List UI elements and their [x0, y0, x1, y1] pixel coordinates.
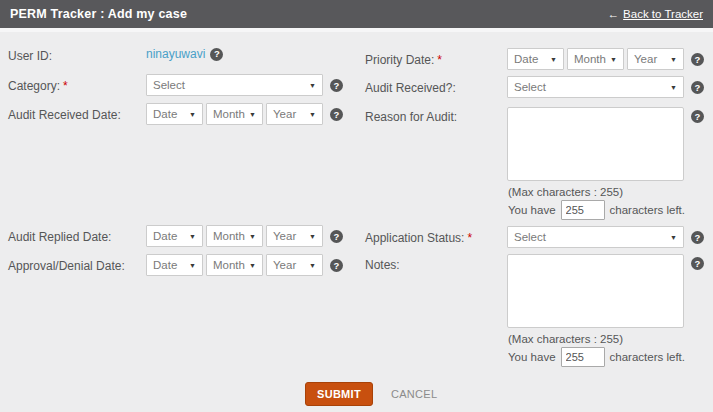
help-icon[interactable]: ? — [691, 257, 704, 270]
perm-tracker-add-case-page: PERM Tracker : Add my case ← Back to Tra… — [0, 0, 713, 412]
audit-received-label: Audit Received?: — [365, 81, 456, 95]
reason-max-chars-note: (Max characters : 255) — [508, 186, 623, 198]
priority-date-day-select[interactable]: Date ▼ — [507, 48, 564, 70]
month-select-value: Month — [574, 53, 606, 65]
help-icon[interactable]: ? — [330, 79, 343, 92]
audit-received-date-label: Audit Received Date: — [8, 108, 121, 122]
category-label: Category:* — [8, 79, 68, 93]
chars-left-suffix: characters left. — [610, 351, 685, 363]
chars-left-prefix: You have — [508, 351, 556, 363]
application-status-label: Application Status:* — [365, 231, 472, 245]
user-id-value[interactable]: ninayuwavi — [146, 47, 205, 61]
approval-denial-date-year-select[interactable]: Year ▼ — [266, 254, 323, 276]
notes-chars-left-row: You have characters left. — [508, 347, 685, 367]
user-id-value-row: ninayuwavi ? — [146, 47, 223, 61]
chevron-down-icon: ▼ — [189, 262, 196, 269]
reason-for-audit-textarea[interactable] — [507, 107, 684, 181]
help-icon[interactable]: ? — [210, 48, 223, 61]
audit-received-date-day-select[interactable]: Date ▼ — [146, 103, 203, 125]
back-link-label: Back to Tracker — [623, 8, 703, 20]
help-icon[interactable]: ? — [691, 81, 704, 94]
approval-denial-date-month-select[interactable]: Month ▼ — [206, 254, 263, 276]
chevron-down-icon: ▼ — [249, 233, 256, 240]
notes-label: Notes: — [365, 258, 400, 272]
help-icon[interactable]: ? — [691, 231, 704, 244]
approval-denial-date-label: Approval/Denial Date: — [8, 259, 125, 273]
day-select-value: Date — [153, 108, 177, 120]
audit-replied-date-year-select[interactable]: Year ▼ — [266, 225, 323, 247]
submit-button[interactable]: SUBMIT — [305, 382, 373, 406]
audit-received-date-month-select[interactable]: Month ▼ — [206, 103, 263, 125]
reason-for-audit-label: Reason for Audit: — [365, 110, 457, 124]
audit-received-date-group: Date ▼ Month ▼ Year ▼ — [146, 103, 323, 125]
chevron-down-icon: ▼ — [189, 111, 196, 118]
chevron-down-icon: ▼ — [550, 56, 557, 63]
chevron-down-icon: ▼ — [670, 234, 677, 241]
category-select[interactable]: Select ▼ — [146, 74, 323, 96]
month-select-value: Month — [213, 108, 245, 120]
required-asterisk: * — [437, 53, 442, 67]
chevron-down-icon: ▼ — [670, 84, 677, 91]
approval-denial-date-group: Date ▼ Month ▼ Year ▼ — [146, 254, 323, 276]
application-status-label-text: Application Status: — [365, 231, 464, 245]
page-title: PERM Tracker : Add my case — [10, 7, 187, 21]
chevron-down-icon: ▼ — [670, 56, 677, 63]
year-select-value: Year — [634, 53, 657, 65]
year-select-value: Year — [273, 230, 296, 242]
day-select-value: Date — [153, 230, 177, 242]
approval-denial-date-day-select[interactable]: Date ▼ — [146, 254, 203, 276]
category-select-value: Select — [153, 79, 185, 91]
application-status-select[interactable]: Select ▼ — [507, 226, 684, 248]
month-select-value: Month — [213, 259, 245, 271]
priority-date-label-text: Priority Date: — [365, 53, 434, 67]
category-label-text: Category: — [8, 79, 60, 93]
chevron-down-icon: ▼ — [309, 262, 316, 269]
year-select-value: Year — [273, 108, 296, 120]
priority-date-year-select[interactable]: Year ▼ — [627, 48, 684, 70]
help-icon[interactable]: ? — [691, 53, 704, 66]
year-select-value: Year — [273, 259, 296, 271]
priority-date-group: Date ▼ Month ▼ Year ▼ — [507, 48, 684, 70]
header-bar: PERM Tracker : Add my case ← Back to Tra… — [0, 0, 713, 28]
priority-date-month-select[interactable]: Month ▼ — [567, 48, 624, 70]
chevron-down-icon: ▼ — [309, 233, 316, 240]
priority-date-label: Priority Date:* — [365, 53, 442, 67]
required-asterisk: * — [467, 231, 472, 245]
chevron-down-icon: ▼ — [189, 233, 196, 240]
reason-chars-left-row: You have characters left. — [508, 200, 685, 220]
audit-replied-date-label: Audit Replied Date: — [8, 230, 111, 244]
help-icon[interactable]: ? — [330, 230, 343, 243]
header-divider — [0, 28, 713, 32]
audit-received-date-year-select[interactable]: Year ▼ — [266, 103, 323, 125]
user-id-label: User ID: — [8, 49, 52, 63]
chars-left-prefix: You have — [508, 204, 556, 216]
help-icon[interactable]: ? — [330, 108, 343, 121]
chars-left-suffix: characters left. — [610, 204, 685, 216]
application-status-select-value: Select — [514, 231, 546, 243]
notes-chars-left-input[interactable] — [561, 347, 605, 367]
chevron-down-icon: ▼ — [309, 82, 316, 89]
notes-textarea[interactable] — [507, 254, 684, 328]
month-select-value: Month — [213, 230, 245, 242]
back-arrow-icon: ← — [608, 8, 620, 20]
notes-max-chars-note: (Max characters : 255) — [508, 333, 623, 345]
day-select-value: Date — [153, 259, 177, 271]
cancel-link[interactable]: CANCEL — [391, 388, 437, 400]
chevron-down-icon: ▼ — [249, 262, 256, 269]
day-select-value: Date — [514, 53, 538, 65]
audit-replied-date-month-select[interactable]: Month ▼ — [206, 225, 263, 247]
audit-received-select[interactable]: Select ▼ — [507, 76, 684, 98]
required-asterisk: * — [63, 79, 68, 93]
chevron-down-icon: ▼ — [610, 56, 617, 63]
audit-replied-date-day-select[interactable]: Date ▼ — [146, 225, 203, 247]
audit-replied-date-group: Date ▼ Month ▼ Year ▼ — [146, 225, 323, 247]
back-to-tracker-link[interactable]: ← Back to Tracker — [608, 8, 703, 20]
help-icon[interactable]: ? — [330, 259, 343, 272]
form-actions: SUBMIT CANCEL — [305, 382, 437, 406]
reason-chars-left-input[interactable] — [561, 200, 605, 220]
chevron-down-icon: ▼ — [249, 111, 256, 118]
chevron-down-icon: ▼ — [309, 111, 316, 118]
audit-received-select-value: Select — [514, 81, 546, 93]
help-icon[interactable]: ? — [691, 110, 704, 123]
